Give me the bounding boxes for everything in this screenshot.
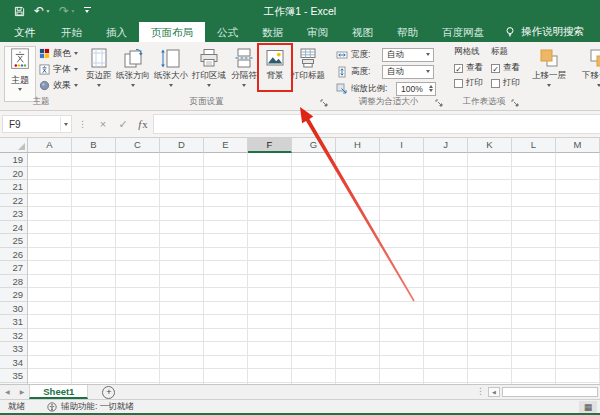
cell-K33[interactable] [468,342,512,356]
cell-D30[interactable] [160,302,204,316]
cell-F24[interactable] [248,221,292,235]
cell-K34[interactable] [468,356,512,370]
cell-M34[interactable] [556,356,600,370]
worksheet-grid[interactable]: ABCDEFGHIJKLM 19202122232425262728293031… [0,138,600,384]
cell-K26[interactable] [468,248,512,262]
save-button[interactable] [14,6,25,17]
cell-G33[interactable] [292,342,336,356]
cell-K21[interactable] [468,180,512,194]
cell-A24[interactable] [28,221,72,235]
cell-J30[interactable] [424,302,468,316]
combo-dropdown-icon[interactable] [426,70,430,73]
undo-button[interactable]: ↶ [34,5,50,17]
cell-M24[interactable] [556,221,600,235]
cell-G31[interactable] [292,315,336,329]
button-纸张大小[interactable]: 纸张大小 [152,44,190,87]
row-header-20[interactable]: 20 [0,167,28,181]
page-setup-dialog-launcher[interactable] [320,99,328,107]
cell-J28[interactable] [424,275,468,289]
row-header-35[interactable]: 35 [0,369,28,383]
cell-D20[interactable] [160,167,204,181]
cell-I20[interactable] [380,167,424,181]
column-header-D[interactable]: D [160,138,204,153]
column-header-G[interactable]: G [292,138,336,153]
cell-K24[interactable] [468,221,512,235]
cell-L29[interactable] [512,288,556,302]
cell-C20[interactable] [116,167,160,181]
spinner-buttons[interactable] [429,85,433,92]
cell-F31[interactable] [248,315,292,329]
cell-B31[interactable] [72,315,116,329]
button-背景[interactable]: 背景 [260,44,290,87]
button-上移一层[interactable]: 上移一层 [524,44,574,87]
theme-effects-button[interactable]: 效果 [39,79,78,92]
cell-C29[interactable] [116,288,160,302]
cell-G22[interactable] [292,194,336,208]
cell-H23[interactable] [336,207,380,221]
cell-M22[interactable] [556,194,600,208]
cell-A30[interactable] [28,302,72,316]
cell-F21[interactable] [248,180,292,194]
cell-E32[interactable] [204,329,248,343]
cell-B30[interactable] [72,302,116,316]
row-header-22[interactable]: 22 [0,194,28,208]
select-all-corner[interactable] [0,138,28,153]
redo-dropdown-icon[interactable] [72,10,75,12]
checkbox-row-打印[interactable]: 打印 [491,77,520,89]
cell-B26[interactable] [72,248,116,262]
cell-G23[interactable] [292,207,336,221]
tab-百度网盘[interactable]: 百度网盘 [430,22,496,42]
cell-D27[interactable] [160,261,204,275]
cell-E27[interactable] [204,261,248,275]
cell-D19[interactable] [160,153,204,167]
cell-G27[interactable] [292,261,336,275]
cell-J20[interactable] [424,167,468,181]
cell-E34[interactable] [204,356,248,370]
cell-M28[interactable] [556,275,600,289]
cell-J27[interactable] [424,261,468,275]
checkbox[interactable] [454,79,463,88]
cell-D29[interactable] [160,288,204,302]
cell-D28[interactable] [160,275,204,289]
cell-K32[interactable] [468,329,512,343]
cell-A29[interactable] [28,288,72,302]
cell-I25[interactable] [380,234,424,248]
cell-C21[interactable] [116,180,160,194]
cell-M27[interactable] [556,261,600,275]
cell-E25[interactable] [204,234,248,248]
cell-I33[interactable] [380,342,424,356]
cell-D31[interactable] [160,315,204,329]
cell-E24[interactable] [204,221,248,235]
cell-H20[interactable] [336,167,380,181]
cell-E26[interactable] [204,248,248,262]
cell-J25[interactable] [424,234,468,248]
cell-B22[interactable] [72,194,116,208]
checkbox-checked[interactable]: ✓ [491,64,500,73]
button-页边距[interactable]: 页边距 [84,44,114,87]
cell-B19[interactable] [72,153,116,167]
cell-L30[interactable] [512,302,556,316]
cell-A28[interactable] [28,275,72,289]
cell-H25[interactable] [336,234,380,248]
cell-L23[interactable] [512,207,556,221]
cell-C26[interactable] [116,248,160,262]
cell-F33[interactable] [248,342,292,356]
cell-C30[interactable] [116,302,160,316]
cell-F27[interactable] [248,261,292,275]
cell-J29[interactable] [424,288,468,302]
tab-文件[interactable]: 文件 [0,22,49,42]
cell-K19[interactable] [468,153,512,167]
cell-F35[interactable] [248,369,292,383]
themes-button[interactable]: 主题 [4,46,36,102]
column-header-A[interactable]: A [28,138,72,153]
cell-I27[interactable] [380,261,424,275]
cell-G21[interactable] [292,180,336,194]
cell-A20[interactable] [28,167,72,181]
cell-H35[interactable] [336,369,380,383]
cell-B28[interactable] [72,275,116,289]
cell-J24[interactable] [424,221,468,235]
cell-J34[interactable] [424,356,468,370]
tab-插入[interactable]: 插入 [94,22,139,42]
cell-C19[interactable] [116,153,160,167]
hscroll-left-arrow[interactable]: ◀ [488,387,500,397]
